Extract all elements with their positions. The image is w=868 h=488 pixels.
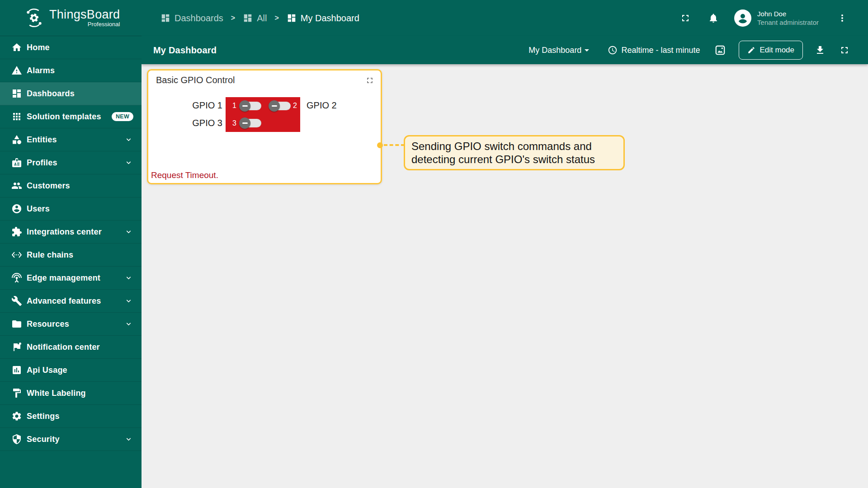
gpio1-switch-knob [239, 100, 250, 112]
dashboard-toolbar: My Dashboard My Dashboard Realtime - las… [142, 36, 868, 64]
sidebar-item-customers[interactable]: Customers [0, 174, 142, 197]
page-title: My Dashboard [153, 45, 217, 56]
sidebar-item-edge-management[interactable]: Edge management [0, 267, 142, 290]
breadcrumb-label: Dashboards [175, 13, 223, 23]
gpio3-switch[interactable] [240, 119, 261, 127]
breadcrumb-label: My Dashboard [301, 13, 359, 23]
user-avatar-icon [735, 10, 750, 26]
shield-icon [11, 434, 22, 445]
notifications-button[interactable] [708, 13, 719, 23]
breadcrumb: Dashboards>All>My Dashboard [160, 13, 359, 23]
bar-chart-icon [11, 365, 22, 375]
sidebar-item-profiles[interactable]: Profiles [0, 151, 142, 174]
sidebar-item-entities[interactable]: Entities [0, 128, 142, 151]
sidebar-item-label: Home [27, 43, 50, 52]
sidebar-item-label: Alarms [27, 66, 55, 75]
top-header: Dashboards>All>My Dashboard John Doe Ten… [142, 0, 868, 36]
logo[interactable]: ThingsBoard Professional [0, 0, 142, 36]
expand-icon [839, 45, 850, 56]
dashboard-state-select[interactable]: My Dashboard [528, 43, 593, 57]
brand-edition: Professional [49, 21, 120, 28]
people-icon [11, 180, 22, 191]
fullscreen-button[interactable] [680, 13, 691, 23]
avatar[interactable] [734, 9, 751, 27]
sidebar-item-label: Settings [27, 412, 60, 421]
dashboard-sm-icon [243, 13, 253, 23]
sidebar-item-security[interactable]: Security [0, 428, 142, 451]
annotation-tooltip: Sending GPIO switch commands and detecti… [404, 135, 625, 170]
gpio2-switch[interactable] [269, 102, 291, 110]
badge-icon [11, 157, 22, 168]
sidebar-item-rule-chains[interactable]: Rule chains [0, 244, 142, 267]
sidebar-item-users[interactable]: Users [0, 197, 142, 221]
rule-chain-icon [11, 249, 22, 260]
sidebar-item-white-labeling[interactable]: White Labeling [0, 382, 142, 405]
gpio2-switch-knob [269, 100, 280, 112]
chevron-down-icon [124, 136, 133, 144]
sidebar-item-advanced-features[interactable]: Advanced features [0, 290, 142, 313]
download-icon [815, 45, 826, 56]
gpio-panel: 1 2 3 [226, 97, 300, 132]
sidebar-item-label: Edge management [27, 273, 100, 283]
breadcrumb-item-1[interactable]: All [243, 13, 267, 23]
breadcrumb-item-2[interactable]: My Dashboard [287, 13, 359, 23]
dashboard-sm-icon [160, 13, 170, 23]
sidebar-item-api-usage[interactable]: Api Usage [0, 359, 142, 382]
timewindow-button[interactable]: Realtime - last minute [607, 43, 701, 57]
gpio-widget: Basic GPIO Control GPIO 1 GPIO 3 GPIO 2 … [147, 69, 382, 184]
header-actions: John Doe Tenant administrator [680, 9, 848, 27]
gpio3-pin-number: 3 [232, 119, 238, 127]
user-menu[interactable]: John Doe Tenant administrator [757, 9, 819, 27]
arrow-drop-down-icon [581, 45, 592, 56]
user-name: John Doe [757, 9, 819, 18]
chevron-down-icon [124, 435, 133, 444]
edit-mode-button[interactable]: Edit mode [739, 41, 803, 60]
gpio1-switch[interactable] [240, 102, 261, 110]
toolbar-actions: My Dashboard Realtime - last minute Edit… [528, 41, 850, 60]
tools-icon [11, 296, 22, 306]
toolbar-fullscreen-button[interactable] [839, 45, 850, 56]
fullscreen-icon [680, 13, 691, 23]
widget-error-message: Request Timeout. [151, 170, 218, 180]
sidebar-item-integrations-center[interactable]: Integrations center [0, 221, 142, 244]
thingsboard-app: ThingsBoard Professional HomeAlarmsDashb… [0, 0, 868, 488]
pencil-icon [747, 46, 755, 54]
widget-title: Basic GPIO Control [156, 75, 235, 85]
breadcrumb-label: All [257, 13, 267, 23]
dashboard-image-button[interactable] [714, 44, 726, 56]
chevron-down-icon [124, 159, 133, 167]
breadcrumb-item-0[interactable]: Dashboards [160, 13, 223, 23]
sidebar-item-label: Rule chains [27, 250, 73, 260]
breadcrumb-separator: > [231, 14, 235, 22]
sidebar-item-home[interactable]: Home [0, 36, 142, 59]
download-dashboard-button[interactable] [815, 45, 826, 56]
sidebar-item-label: Entities [27, 135, 57, 145]
sidebar-item-dashboards[interactable]: Dashboards [0, 82, 142, 105]
bell-icon [708, 13, 719, 23]
sidebar-menu: HomeAlarmsDashboardsSolution templatesNE… [0, 36, 142, 451]
antenna-icon [11, 272, 22, 283]
more-menu-button[interactable] [837, 13, 848, 23]
timewindow-value: Realtime - last minute [621, 46, 700, 55]
widget-fullscreen-button[interactable] [364, 75, 375, 86]
sidebar-item-solution-templates[interactable]: Solution templatesNEW [0, 105, 142, 128]
sidebar-item-label: Security [27, 435, 60, 444]
sidebar-item-label: Notification center [27, 343, 100, 352]
sidebar-item-label: Resources [27, 319, 69, 329]
sidebar-item-settings[interactable]: Settings [0, 405, 142, 428]
home-icon [11, 42, 22, 53]
sidebar-item-label: Api Usage [27, 366, 67, 375]
gear-icon [11, 411, 22, 422]
sidebar-item-notification-center[interactable]: Notification center [0, 336, 142, 359]
gpio-row-1: 1 2 [226, 97, 300, 115]
expand-icon [365, 76, 374, 85]
callout-anchor-dot [377, 142, 383, 148]
apps-grid-icon [11, 111, 22, 122]
sidebar-item-alarms[interactable]: Alarms [0, 59, 142, 82]
gpio-row-2: 3 [226, 115, 300, 132]
category-icon [11, 134, 22, 145]
sidebar-item-resources[interactable]: Resources [0, 313, 142, 336]
sidebar-item-label: Solution templates [27, 112, 101, 122]
sidebar-item-label: Dashboards [27, 89, 75, 99]
gpio2-label: GPIO 2 [307, 100, 337, 111]
